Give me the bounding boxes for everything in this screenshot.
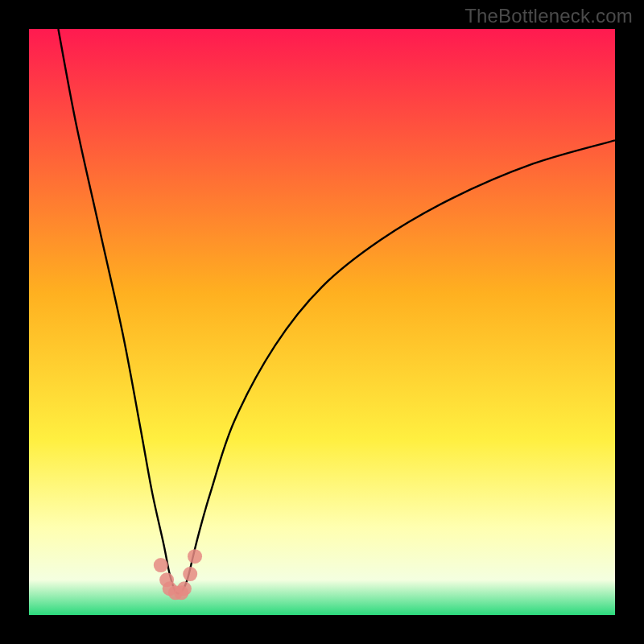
watermark-text: TheBottleneck.com [464, 5, 633, 27]
marker-point [154, 558, 168, 572]
chart-svg [29, 29, 615, 615]
plot-area [29, 29, 615, 615]
gradient-background [29, 29, 615, 615]
marker-point [188, 549, 202, 564]
chart-frame: TheBottleneck.com [0, 0, 644, 644]
marker-point [183, 567, 197, 581]
marker-point [177, 581, 192, 596]
